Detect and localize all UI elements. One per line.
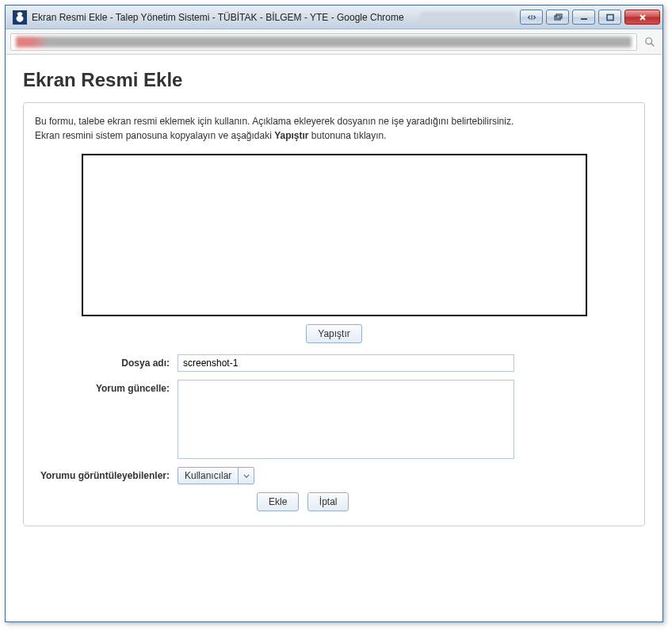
- viewers-select[interactable]: Kullanıcılar: [178, 467, 254, 484]
- addressbar-blurred-url: [16, 36, 632, 48]
- desc-line1: Bu formu, talebe ekran resmi eklemek içi…: [35, 116, 514, 127]
- chevron-down-icon: [238, 468, 254, 484]
- add-button[interactable]: Ekle: [257, 492, 299, 511]
- comment-field[interactable]: [178, 380, 514, 459]
- paste-button[interactable]: Yapıştır: [306, 324, 361, 343]
- app-icon: [13, 10, 27, 25]
- window-controls: [520, 10, 660, 25]
- titlebar-blurred-area: [420, 12, 515, 23]
- svg-point-4: [646, 37, 652, 44]
- browser-window: Ekran Resmi Ekle - Talep Yönetim Sistemi…: [5, 5, 663, 622]
- viewers-label: Yorumu görüntüleyebilenler:: [35, 467, 178, 481]
- window-title: Ekran Resmi Ekle - Talep Yönetim Sistemi…: [32, 12, 420, 23]
- window-button-close[interactable]: [624, 10, 660, 25]
- comment-label: Yorum güncelle:: [35, 380, 178, 394]
- desc-line2-bold: Yapıştır: [274, 130, 308, 141]
- window-button-maximize[interactable]: [598, 10, 621, 25]
- cancel-button[interactable]: İptal: [307, 492, 349, 511]
- window-titlebar: Ekran Resmi Ekle - Talep Yönetim Sistemi…: [6, 6, 662, 29]
- window-button-nav[interactable]: [520, 10, 543, 25]
- page-content: Ekran Resmi Ekle Bu formu, talebe ekran …: [6, 55, 662, 621]
- filename-label: Dosya adı:: [35, 354, 178, 369]
- description-text: Bu formu, talebe ekran resmi eklemek içi…: [35, 114, 633, 143]
- action-row: Ekle İptal: [35, 492, 633, 511]
- window-button-restore[interactable]: [546, 10, 569, 25]
- addressbar[interactable]: [10, 33, 637, 51]
- screenshot-paste-area[interactable]: [82, 154, 587, 316]
- desc-line2-before: Ekran resmini sistem panosuna kopyalayın…: [35, 130, 274, 141]
- page-title: Ekran Resmi Ekle: [23, 69, 645, 91]
- svg-rect-3: [607, 14, 613, 20]
- search-icon[interactable]: [642, 34, 658, 50]
- desc-line2-after: butonuna tıklayın.: [309, 130, 387, 141]
- svg-line-5: [651, 43, 655, 46]
- window-button-minimize[interactable]: [572, 10, 595, 25]
- filename-field[interactable]: [178, 354, 514, 372]
- main-panel: Bu formu, talebe ekran resmi eklemek içi…: [23, 102, 645, 526]
- addressbar-row: [6, 29, 662, 55]
- viewers-select-value: Kullanıcılar: [178, 468, 238, 484]
